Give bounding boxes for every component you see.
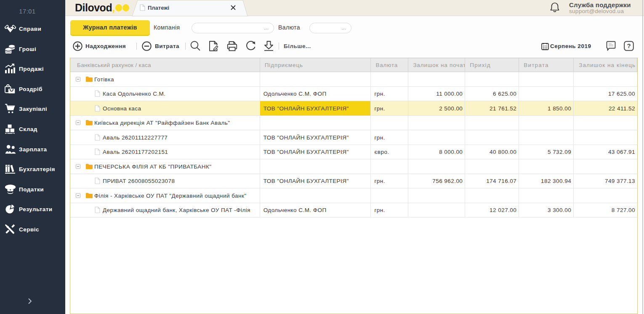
svg-text:?: ? [627, 42, 631, 49]
